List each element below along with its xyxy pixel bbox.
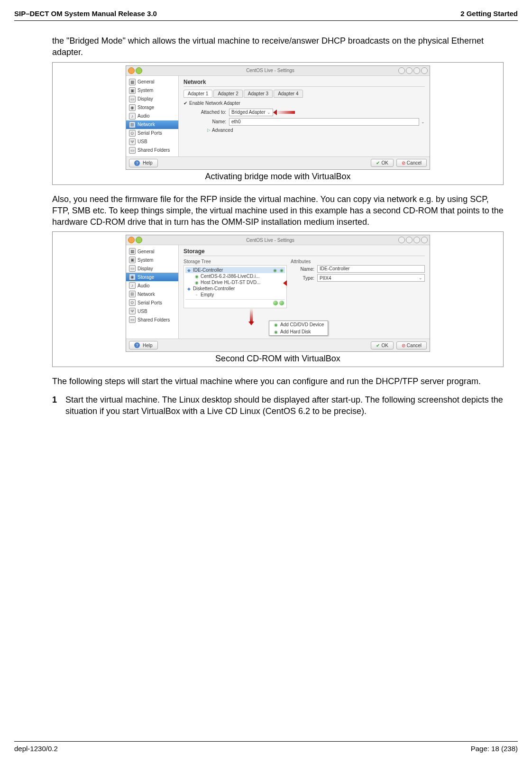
page-content: the "Bridged Mode" which allows the virt… xyxy=(52,35,504,417)
cancel-button[interactable]: ⊘Cancel xyxy=(396,341,427,349)
window-btn-icon[interactable] xyxy=(136,237,142,243)
help-button[interactable]: ?Help xyxy=(129,341,158,349)
window-btn-icon[interactable] xyxy=(421,237,428,243)
sidebar-label: Serial Ports xyxy=(138,300,162,305)
usb-icon: Ψ xyxy=(129,138,136,145)
popup-add-harddisk[interactable]: ◉Add Hard Disk xyxy=(269,328,328,335)
vbox-settings-dialog-storage: CentOS Live - Settings ▦General ▣System … xyxy=(126,235,430,352)
help-label: Help xyxy=(143,343,153,348)
vbox-settings-dialog-network: CentOS Live - Settings ▦General ▣System … xyxy=(126,65,430,170)
tree-label: Empty xyxy=(201,292,214,297)
help-button[interactable]: ?Help xyxy=(129,159,158,167)
add-disc-icon[interactable]: ◉ xyxy=(272,267,277,273)
tab-adapter3[interactable]: Adapter 3 xyxy=(244,90,273,98)
chevron-down-icon[interactable]: ⌄ xyxy=(421,120,425,124)
window-btn-icon[interactable] xyxy=(136,67,142,74)
sidebar-label: USB xyxy=(138,139,147,144)
sidebar-item-network[interactable]: ⊞Network xyxy=(126,120,178,129)
paragraph-1: the "Bridged Mode" which allows the virt… xyxy=(52,35,504,58)
window-btn-icon[interactable] xyxy=(421,67,428,74)
sidebar-item-general[interactable]: ▦General xyxy=(126,247,178,256)
expand-triangle-icon[interactable]: ▷ xyxy=(207,128,211,132)
controller-icon: ◆ xyxy=(186,286,192,291)
cancel-label: Cancel xyxy=(407,160,422,165)
harddisk-icon: ◉ xyxy=(273,329,278,334)
sidebar-item-general[interactable]: ▦General xyxy=(126,78,178,86)
window-btn-icon[interactable] xyxy=(413,67,420,74)
tree-ide-controller[interactable]: ◆IDE-Controller◉◉ xyxy=(185,267,285,273)
general-icon: ▦ xyxy=(129,248,136,255)
sidebar-item-shared[interactable]: ▭Shared Folders xyxy=(126,146,178,155)
help-icon: ? xyxy=(134,342,140,348)
sidebar-item-display[interactable]: ▭Display xyxy=(126,95,178,103)
sidebar-item-usb[interactable]: ΨUSB xyxy=(126,307,178,315)
ok-button[interactable]: ✔OK xyxy=(371,341,393,349)
sidebar-label: General xyxy=(138,79,155,84)
attached-to-dropdown[interactable]: Bridged Adapter ⌄ xyxy=(229,109,273,116)
page-footer: depl-1230/0.2 Page: 18 (238) xyxy=(14,741,518,753)
window-btn-icon[interactable] xyxy=(406,237,413,243)
tree-centos[interactable]: ◉CentOS-6.2-i386-LiveCD.i... xyxy=(185,273,285,279)
popup-label: Add CD/DVD Device xyxy=(280,322,324,327)
tree-disk-controller[interactable]: ◆Disketten-Controller xyxy=(185,285,285,292)
attr-type-dropdown[interactable]: PIIX4⌄ xyxy=(317,274,425,282)
sidebar-item-serial[interactable]: ⊙Serial Ports xyxy=(126,129,178,138)
sidebar-item-network[interactable]: ⊞Network xyxy=(126,290,178,298)
remove-controller-icon[interactable] xyxy=(279,301,284,305)
sidebar-item-storage[interactable]: ◉Storage xyxy=(126,103,178,112)
enable-adapter-checkbox[interactable]: ✔ Enable Network Adapter xyxy=(183,101,425,106)
tab-adapter1[interactable]: Adapter 1 xyxy=(183,90,212,98)
sidebar-label: Network xyxy=(138,122,155,127)
serial-icon: ⊙ xyxy=(129,299,136,306)
sidebar-label: System xyxy=(138,88,153,93)
tab-adapter2[interactable]: Adapter 2 xyxy=(213,90,242,98)
figure-1-caption: Activating bridge mode with VirtualBox xyxy=(55,172,500,182)
attr-name-label: Name: xyxy=(291,267,317,272)
audio-icon: ♪ xyxy=(129,113,136,120)
sidebar-item-storage[interactable]: ◉Storage xyxy=(126,273,178,281)
window-btn-icon[interactable] xyxy=(406,67,413,74)
sidebar-item-audio[interactable]: ♪Audio xyxy=(126,112,178,120)
chevron-down-icon: ⌄ xyxy=(267,110,271,115)
header-right: 2 Getting Started xyxy=(460,9,518,18)
sidebar-item-audio[interactable]: ♪Audio xyxy=(126,281,178,290)
add-controller-icon[interactable] xyxy=(273,301,278,305)
sidebar-item-system[interactable]: ▣System xyxy=(126,256,178,264)
window-btn-icon[interactable] xyxy=(398,237,405,243)
figure-2-box: CentOS Live - Settings ▦General ▣System … xyxy=(52,231,504,367)
window-btn-icon[interactable] xyxy=(128,67,135,74)
sidebar-item-shared[interactable]: ▭Shared Folders xyxy=(126,315,178,324)
dialog-titlebar: CentOS Live - Settings xyxy=(126,235,430,245)
storage-tree-label: Storage Tree xyxy=(183,259,287,264)
cancel-button[interactable]: ⊘Cancel xyxy=(396,159,427,167)
settings-main-panel: Storage Storage Tree ◆IDE-Controller◉◉ ◉… xyxy=(179,245,430,339)
ok-button[interactable]: ✔OK xyxy=(371,159,393,167)
advanced-label[interactable]: Advanced xyxy=(212,128,233,133)
checkbox-label: Enable Network Adapter xyxy=(189,101,240,106)
tab-adapter4[interactable]: Adapter 4 xyxy=(274,90,303,98)
storage-tree[interactable]: ◆IDE-Controller◉◉ ◉CentOS-6.2-i386-LiveC… xyxy=(183,265,287,308)
figure-2-caption: Second CD-ROM with VirtualBox xyxy=(55,354,500,364)
sidebar-item-system[interactable]: ▣System xyxy=(126,86,178,95)
usb-icon: Ψ xyxy=(129,308,136,314)
network-icon: ⊞ xyxy=(129,121,136,128)
add-disc-icon[interactable]: ◉ xyxy=(279,267,284,273)
tree-hostdrive[interactable]: ◉Host Drive HL-DT-ST DVD... xyxy=(185,279,285,285)
sidebar-item-serial[interactable]: ⊙Serial Ports xyxy=(126,298,178,307)
disc-icon: ◉ xyxy=(194,280,199,285)
window-btn-icon[interactable] xyxy=(413,237,420,243)
sidebar-label: Network xyxy=(138,292,155,297)
audio-icon: ♪ xyxy=(129,282,136,289)
window-btn-icon[interactable] xyxy=(128,237,135,243)
cancel-icon: ⊘ xyxy=(402,343,405,348)
tree-empty[interactable]: ▫Empty xyxy=(185,292,285,298)
sidebar-item-usb[interactable]: ΨUSB xyxy=(126,138,178,146)
attr-name-field[interactable]: IDE-Controller xyxy=(317,265,425,273)
general-icon: ▦ xyxy=(129,79,136,85)
window-btn-icon[interactable] xyxy=(398,67,405,74)
name-field[interactable]: eth0 xyxy=(229,118,419,126)
folder-icon: ▭ xyxy=(129,316,136,323)
popup-add-cddvd[interactable]: ◉Add CD/DVD Device xyxy=(269,321,328,328)
sidebar-item-display[interactable]: ▭Display xyxy=(126,264,178,273)
attributes-panel: Attributes Name:IDE-Controller Type:PIIX… xyxy=(291,259,425,308)
